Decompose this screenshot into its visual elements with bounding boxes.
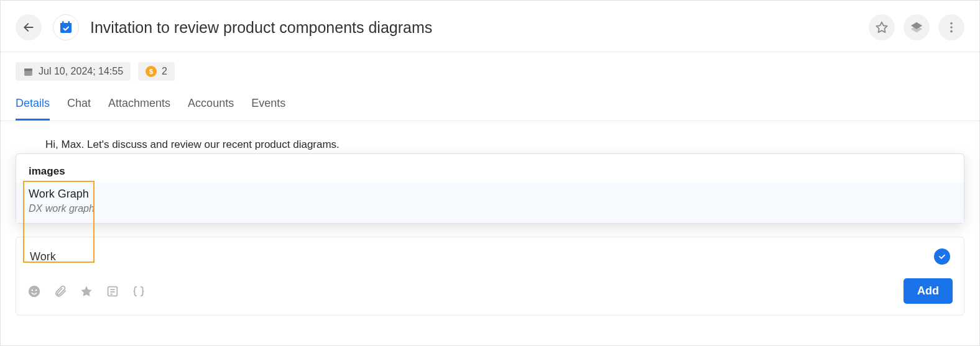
- svg-rect-3: [62, 21, 64, 24]
- note-icon: [106, 285, 119, 298]
- svg-rect-4: [68, 21, 70, 24]
- layers-button[interactable]: [904, 14, 930, 40]
- note-button[interactable]: [106, 285, 119, 298]
- more-button[interactable]: [938, 14, 964, 40]
- popup-section-title: images: [16, 154, 964, 183]
- svg-rect-12: [24, 68, 32, 71]
- code-button[interactable]: [132, 285, 146, 298]
- highlight-overlay: [23, 181, 95, 263]
- calendar-icon: [23, 66, 34, 77]
- comment-input-row: [16, 237, 964, 271]
- tab-attachments[interactable]: Attachments: [108, 97, 170, 121]
- svg-point-9: [950, 26, 953, 29]
- arrow-left-icon: [22, 21, 35, 34]
- svg-point-8: [950, 22, 953, 25]
- suggestion-subtitle: DX work graph: [29, 203, 951, 214]
- svg-point-13: [29, 285, 40, 296]
- svg-point-15: [35, 289, 37, 291]
- suggestion-item[interactable]: Work Graph DX work graph: [16, 183, 964, 223]
- svg-point-10: [950, 30, 953, 33]
- suggestion-title: Work Graph: [29, 188, 951, 201]
- editor-line-1[interactable]: Hi, Max. Let's discuss and review our re…: [16, 134, 964, 156]
- calendar-check-icon: [58, 20, 73, 35]
- meta-row: Jul 10, 2024; 14:55 $ 2: [1, 52, 979, 86]
- star-button[interactable]: [80, 285, 93, 298]
- comment-input[interactable]: [30, 250, 934, 263]
- event-type-icon-wrap: [53, 14, 79, 40]
- points-chip[interactable]: $ 2: [138, 62, 175, 81]
- emoji-button[interactable]: [27, 285, 41, 298]
- more-vertical-icon: [945, 20, 958, 34]
- comment-toolbar: Add: [16, 271, 964, 315]
- svg-rect-2: [60, 23, 72, 26]
- star-icon: [875, 20, 889, 34]
- tabs-bar: Details Chat Attachments Accounts Events: [1, 86, 979, 121]
- page-title: Invitation to review product components …: [90, 19, 869, 37]
- comment-box: Add: [16, 237, 964, 316]
- check-icon: [938, 252, 946, 261]
- paperclip-icon: [53, 285, 67, 298]
- add-button[interactable]: Add: [904, 278, 953, 304]
- autocomplete-popup: images Work Graph DX work graph: [16, 153, 964, 224]
- input-ok-badge[interactable]: [934, 248, 950, 265]
- braces-icon: [132, 285, 146, 298]
- back-button[interactable]: [16, 14, 42, 40]
- svg-point-14: [32, 289, 34, 291]
- svg-marker-5: [876, 22, 887, 33]
- date-text: Jul 10, 2024; 14:55: [39, 66, 123, 77]
- svg-marker-16: [81, 286, 91, 296]
- layers-icon: [910, 20, 923, 34]
- tab-details[interactable]: Details: [16, 97, 50, 121]
- tab-events[interactable]: Events: [251, 97, 285, 121]
- coin-icon: $: [146, 66, 157, 77]
- star-filled-icon: [80, 285, 93, 298]
- attachment-button[interactable]: [53, 285, 67, 298]
- points-value: 2: [162, 66, 167, 77]
- date-chip[interactable]: Jul 10, 2024; 14:55: [16, 62, 131, 81]
- header-bar: Invitation to review product components …: [1, 1, 979, 52]
- header-actions: [869, 14, 964, 40]
- emoji-icon: [27, 285, 41, 298]
- tab-accounts[interactable]: Accounts: [188, 97, 234, 121]
- tab-chat[interactable]: Chat: [67, 97, 91, 121]
- favorite-button[interactable]: [869, 14, 895, 40]
